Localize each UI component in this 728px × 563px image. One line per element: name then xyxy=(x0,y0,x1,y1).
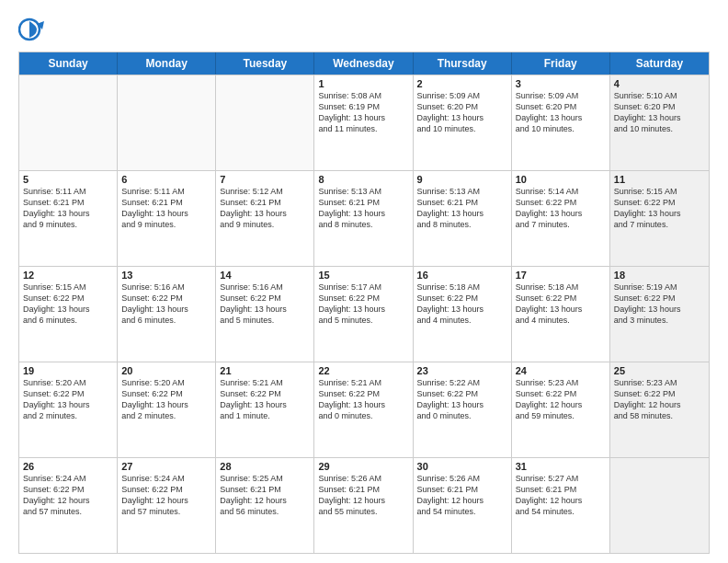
logo xyxy=(18,17,48,42)
day-number: 30 xyxy=(417,461,507,472)
day-number: 14 xyxy=(220,270,310,281)
cell-details: Sunrise: 5:26 AM Sunset: 6:21 PM Dayligh… xyxy=(417,473,507,518)
header-cell-thursday: Thursday xyxy=(414,52,512,75)
cell-details: Sunrise: 5:21 AM Sunset: 6:22 PM Dayligh… xyxy=(220,377,310,422)
header xyxy=(18,17,710,42)
day-number: 10 xyxy=(516,174,606,185)
day-number: 4 xyxy=(614,78,705,89)
day-number: 23 xyxy=(417,365,507,376)
cell-details: Sunrise: 5:13 AM Sunset: 6:21 PM Dayligh… xyxy=(417,186,507,231)
header-cell-saturday: Saturday xyxy=(610,52,709,75)
cell-details: Sunrise: 5:23 AM Sunset: 6:22 PM Dayligh… xyxy=(614,377,705,422)
calendar-cell: 1Sunrise: 5:08 AM Sunset: 6:19 PM Daylig… xyxy=(314,75,413,170)
calendar-cell: 22Sunrise: 5:21 AM Sunset: 6:22 PM Dayli… xyxy=(314,362,413,457)
day-number: 12 xyxy=(23,270,113,281)
calendar-cell: 6Sunrise: 5:11 AM Sunset: 6:21 PM Daylig… xyxy=(118,171,216,266)
calendar-cell: 21Sunrise: 5:21 AM Sunset: 6:22 PM Dayli… xyxy=(216,362,314,457)
cell-details: Sunrise: 5:18 AM Sunset: 6:22 PM Dayligh… xyxy=(516,282,606,327)
calendar-cell: 17Sunrise: 5:18 AM Sunset: 6:22 PM Dayli… xyxy=(512,267,610,362)
cell-details: Sunrise: 5:19 AM Sunset: 6:22 PM Dayligh… xyxy=(614,282,705,327)
day-number: 17 xyxy=(516,270,606,281)
day-number: 3 xyxy=(516,78,606,89)
cell-details: Sunrise: 5:12 AM Sunset: 6:21 PM Dayligh… xyxy=(220,186,310,231)
cell-details: Sunrise: 5:15 AM Sunset: 6:22 PM Dayligh… xyxy=(614,186,705,231)
calendar-cell: 20Sunrise: 5:20 AM Sunset: 6:22 PM Dayli… xyxy=(118,362,216,457)
day-number: 21 xyxy=(220,365,310,376)
calendar-cell xyxy=(118,75,216,170)
calendar-cell: 2Sunrise: 5:09 AM Sunset: 6:20 PM Daylig… xyxy=(414,75,512,170)
day-number: 2 xyxy=(417,78,507,89)
calendar-body: 1Sunrise: 5:08 AM Sunset: 6:19 PM Daylig… xyxy=(19,75,709,553)
header-cell-sunday: Sunday xyxy=(19,52,118,75)
day-number: 28 xyxy=(220,461,310,472)
calendar-cell xyxy=(19,75,118,170)
cell-details: Sunrise: 5:17 AM Sunset: 6:22 PM Dayligh… xyxy=(318,282,408,327)
cell-details: Sunrise: 5:13 AM Sunset: 6:21 PM Dayligh… xyxy=(318,186,408,231)
cell-details: Sunrise: 5:27 AM Sunset: 6:21 PM Dayligh… xyxy=(516,473,606,518)
calendar-cell: 14Sunrise: 5:16 AM Sunset: 6:22 PM Dayli… xyxy=(216,267,314,362)
cell-details: Sunrise: 5:11 AM Sunset: 6:21 PM Dayligh… xyxy=(121,186,211,231)
day-number: 9 xyxy=(417,174,507,185)
calendar-cell: 13Sunrise: 5:16 AM Sunset: 6:22 PM Dayli… xyxy=(118,267,216,362)
cell-details: Sunrise: 5:16 AM Sunset: 6:22 PM Dayligh… xyxy=(220,282,310,327)
cell-details: Sunrise: 5:08 AM Sunset: 6:19 PM Dayligh… xyxy=(318,90,408,135)
calendar-cell: 9Sunrise: 5:13 AM Sunset: 6:21 PM Daylig… xyxy=(414,171,512,266)
calendar-cell: 12Sunrise: 5:15 AM Sunset: 6:22 PM Dayli… xyxy=(19,267,118,362)
calendar-cell: 25Sunrise: 5:23 AM Sunset: 6:22 PM Dayli… xyxy=(610,362,709,457)
calendar-header: SundayMondayTuesdayWednesdayThursdayFrid… xyxy=(19,52,709,75)
cell-details: Sunrise: 5:22 AM Sunset: 6:22 PM Dayligh… xyxy=(417,377,507,422)
cell-details: Sunrise: 5:20 AM Sunset: 6:22 PM Dayligh… xyxy=(23,377,113,422)
day-number: 16 xyxy=(417,270,507,281)
calendar-cell xyxy=(610,458,709,553)
calendar-cell: 11Sunrise: 5:15 AM Sunset: 6:22 PM Dayli… xyxy=(610,171,709,266)
cell-details: Sunrise: 5:21 AM Sunset: 6:22 PM Dayligh… xyxy=(318,377,408,422)
day-number: 6 xyxy=(121,174,211,185)
day-number: 15 xyxy=(318,270,408,281)
day-number: 19 xyxy=(23,365,113,376)
day-number: 27 xyxy=(121,461,211,472)
cell-details: Sunrise: 5:09 AM Sunset: 6:20 PM Dayligh… xyxy=(417,90,507,135)
day-number: 31 xyxy=(516,461,606,472)
day-number: 25 xyxy=(614,365,705,376)
cell-details: Sunrise: 5:25 AM Sunset: 6:21 PM Dayligh… xyxy=(220,473,310,518)
day-number: 1 xyxy=(318,78,408,89)
header-cell-monday: Monday xyxy=(118,52,216,75)
calendar-row-1: 5Sunrise: 5:11 AM Sunset: 6:21 PM Daylig… xyxy=(19,170,709,266)
day-number: 11 xyxy=(614,174,705,185)
header-cell-tuesday: Tuesday xyxy=(216,52,314,75)
calendar-cell: 30Sunrise: 5:26 AM Sunset: 6:21 PM Dayli… xyxy=(414,458,512,553)
cell-details: Sunrise: 5:11 AM Sunset: 6:21 PM Dayligh… xyxy=(23,186,113,231)
calendar-row-3: 19Sunrise: 5:20 AM Sunset: 6:22 PM Dayli… xyxy=(19,362,709,457)
calendar-cell xyxy=(216,75,314,170)
cell-details: Sunrise: 5:24 AM Sunset: 6:22 PM Dayligh… xyxy=(23,473,113,518)
day-number: 24 xyxy=(516,365,606,376)
header-cell-friday: Friday xyxy=(512,52,610,75)
day-number: 13 xyxy=(121,270,211,281)
day-number: 8 xyxy=(318,174,408,185)
header-cell-wednesday: Wednesday xyxy=(314,52,413,75)
cell-details: Sunrise: 5:18 AM Sunset: 6:22 PM Dayligh… xyxy=(417,282,507,327)
calendar-cell: 4Sunrise: 5:10 AM Sunset: 6:20 PM Daylig… xyxy=(610,75,709,170)
day-number: 20 xyxy=(121,365,211,376)
calendar-cell: 8Sunrise: 5:13 AM Sunset: 6:21 PM Daylig… xyxy=(314,171,413,266)
day-number: 18 xyxy=(614,270,705,281)
cell-details: Sunrise: 5:10 AM Sunset: 6:20 PM Dayligh… xyxy=(614,90,705,135)
cell-details: Sunrise: 5:16 AM Sunset: 6:22 PM Dayligh… xyxy=(121,282,211,327)
cell-details: Sunrise: 5:15 AM Sunset: 6:22 PM Dayligh… xyxy=(23,282,113,327)
cell-details: Sunrise: 5:14 AM Sunset: 6:22 PM Dayligh… xyxy=(516,186,606,231)
calendar-row-0: 1Sunrise: 5:08 AM Sunset: 6:19 PM Daylig… xyxy=(19,75,709,170)
calendar-cell: 29Sunrise: 5:26 AM Sunset: 6:21 PM Dayli… xyxy=(314,458,413,553)
calendar: SundayMondayTuesdayWednesdayThursdayFrid… xyxy=(18,52,710,554)
cell-details: Sunrise: 5:09 AM Sunset: 6:20 PM Dayligh… xyxy=(516,90,606,135)
calendar-cell: 15Sunrise: 5:17 AM Sunset: 6:22 PM Dayli… xyxy=(314,267,413,362)
logo-icon xyxy=(18,17,44,42)
calendar-cell: 31Sunrise: 5:27 AM Sunset: 6:21 PM Dayli… xyxy=(512,458,610,553)
calendar-cell: 28Sunrise: 5:25 AM Sunset: 6:21 PM Dayli… xyxy=(216,458,314,553)
calendar-cell: 5Sunrise: 5:11 AM Sunset: 6:21 PM Daylig… xyxy=(19,171,118,266)
day-number: 7 xyxy=(220,174,310,185)
day-number: 26 xyxy=(23,461,113,472)
day-number: 22 xyxy=(318,365,408,376)
page: SundayMondayTuesdayWednesdayThursdayFrid… xyxy=(0,0,728,563)
cell-details: Sunrise: 5:24 AM Sunset: 6:22 PM Dayligh… xyxy=(121,473,211,518)
calendar-cell: 16Sunrise: 5:18 AM Sunset: 6:22 PM Dayli… xyxy=(414,267,512,362)
